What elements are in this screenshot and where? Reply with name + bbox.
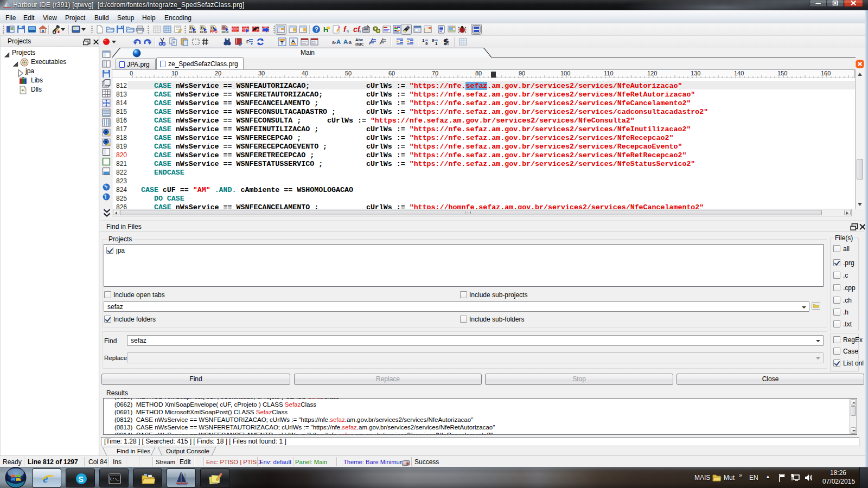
svg-text:?: ? (105, 185, 107, 190)
svg-text:ẞBC: ẞBC (355, 42, 363, 46)
svg-text:A: A (343, 38, 348, 45)
svg-text:i: i (105, 195, 106, 200)
svg-text:n: n (347, 29, 349, 33)
svg-text:a: a (332, 40, 335, 45)
svg-text:T: T (280, 40, 284, 46)
svg-text:B: B (222, 25, 226, 30)
svg-text:C:\_: C:\_ (110, 477, 120, 481)
svg-text:1: 1 (422, 38, 425, 43)
svg-text:9: 9 (432, 38, 435, 43)
svg-text:Find in Files: Find in Files (117, 448, 150, 454)
svg-text:¶: ¶ (446, 40, 449, 46)
svg-text:9: 9 (425, 41, 428, 46)
svg-text:1010: 1010 (221, 30, 229, 34)
svg-text:a: a (349, 40, 352, 45)
svg-text:Output Console: Output Console (166, 448, 209, 454)
svg-text:PPO: PPO (210, 30, 218, 34)
svg-text:A: A (336, 38, 341, 45)
svg-text:B: B (190, 25, 193, 30)
svg-text:B: B (201, 25, 204, 30)
svg-text:S: S (79, 475, 84, 484)
svg-text:1: 1 (435, 41, 438, 46)
svg-text:A: A (291, 38, 295, 44)
svg-text:?: ? (315, 26, 318, 33)
svg-text:1010: 1010 (189, 30, 196, 34)
svg-text:1010: 1010 (200, 30, 207, 34)
svg-text:n: n (359, 29, 361, 33)
